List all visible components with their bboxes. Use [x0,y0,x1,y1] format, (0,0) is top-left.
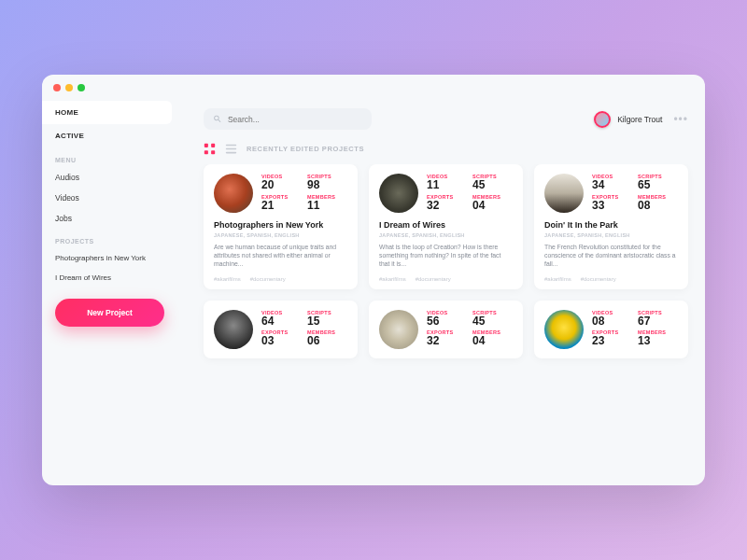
stat-scripts: 65 [638,179,678,190]
stat-scripts: 45 [472,179,513,190]
avatar [594,111,611,128]
user-menu[interactable]: Kilgore Trout [594,111,662,128]
project-title: Photographers in New York [214,220,347,230]
nav-active[interactable]: ACTIVE [42,124,177,147]
project-tags: #akarifilms#documentary [214,276,347,282]
project-tags: #akarifilms#documentary [379,276,513,282]
project-card[interactable]: VIDEOS20 SCRIPTS98 EXPORTS21 MEMBERS11 P… [204,164,358,289]
svg-rect-2 [204,150,208,154]
project-card[interactable]: VIDEOS56 SCRIPTS45 EXPORTS32 MEMBERS04 J… [369,301,523,358]
svg-rect-6 [226,152,236,154]
stat-members: 13 [638,335,678,346]
stat-members: 04 [472,200,513,211]
project-thumbnail [214,310,253,349]
list-view-icon[interactable] [225,143,237,155]
project-stats: VIDEOS20 SCRIPTS98 EXPORTS21 MEMBERS11 [261,174,347,213]
project-stats: VIDEOS56 SCRIPTS45 EXPORTS32 MEMBERS04 [427,310,513,349]
project-title: I Dream of Wires [379,220,513,230]
stat-videos: 64 [261,315,302,327]
stat-members: 08 [638,200,678,211]
sidebar-project-1[interactable]: I Dream of Wires [42,268,177,287]
window-close-icon[interactable] [53,84,61,91]
project-thumbnail [379,174,418,213]
project-thumbnail [544,174,584,213]
stat-exports: 21 [261,200,302,211]
project-stats: VIDEOS08 SCRIPTS67 EXPORTS23 MEMBERS13 [592,310,678,349]
project-card[interactable]: VIDEOS64 SCRIPTS15 EXPORTS03 MEMBERS06 J… [204,301,358,358]
project-description: Are we human because of unique traits an… [214,243,347,269]
app-window: HOME ACTIVE MENU Audios Videos Jobs PROJ… [42,75,705,485]
topbar: Kilgore Trout ••• [177,101,705,139]
app-body: HOME ACTIVE MENU Audios Videos Jobs PROJ… [42,101,705,485]
stat-scripts: 67 [638,315,678,327]
stat-exports: 03 [261,335,302,346]
main-panel: Kilgore Trout ••• RECENTLY EDITED PROJEC… [177,101,705,485]
project-card[interactable]: VIDEOS08 SCRIPTS67 EXPORTS23 MEMBERS13 J… [534,301,688,358]
section-title: RECENTLY EDITED PROJECTS [247,145,364,153]
project-title: Doin' It In the Park [544,220,678,230]
sidebar: HOME ACTIVE MENU Audios Videos Jobs PROJ… [42,101,177,485]
search-box[interactable] [204,108,372,130]
project-languages: JAPANESE, SPANISH, ENGLISH [379,232,513,238]
stat-members: 11 [307,200,347,211]
window-zoom-icon[interactable] [78,84,85,91]
username: Kilgore Trout [617,115,662,124]
search-icon [213,114,222,124]
project-languages: JAPANESE, SPANISH, ENGLISH [544,232,678,238]
project-stats: VIDEOS11 SCRIPTS45 EXPORTS32 MEMBERS04 [427,174,513,213]
project-description: The French Revolution constituted for th… [544,243,678,269]
stat-exports: 32 [427,335,467,346]
stat-exports: 33 [592,200,632,211]
project-card[interactable]: VIDEOS34 SCRIPTS65 EXPORTS33 MEMBERS08 D… [534,164,688,289]
sidebar-item-videos[interactable]: Videos [42,188,177,208]
svg-rect-5 [226,148,236,150]
svg-rect-4 [226,145,236,147]
section-header: RECENTLY EDITED PROJECTS [177,139,705,164]
sidebar-section-menu: MENU [42,147,177,167]
project-tags: #akarifilms#documentary [544,276,678,282]
grid-view-icon[interactable] [204,143,216,155]
new-project-button[interactable]: New Project [55,299,164,327]
sidebar-section-projects: PROJECTS [42,229,177,248]
more-menu-icon[interactable]: ••• [673,113,688,126]
search-input[interactable] [228,115,362,124]
project-thumbnail [379,310,418,349]
stat-members: 04 [472,335,513,346]
window-titlebar [42,75,705,101]
stat-videos: 11 [427,179,467,190]
project-languages: JAPANESE, SPANISH, ENGLISH [214,232,347,238]
stat-exports: 32 [427,200,467,211]
project-stats: VIDEOS34 SCRIPTS65 EXPORTS33 MEMBERS08 [592,174,678,213]
project-thumbnail [544,310,584,349]
stat-scripts: 15 [307,315,347,327]
sidebar-project-0[interactable]: Photographers in New York [42,248,177,268]
nav-home[interactable]: HOME [42,101,172,124]
project-stats: VIDEOS64 SCRIPTS15 EXPORTS03 MEMBERS06 [261,310,347,349]
project-description: What is the loop of Creation? How is the… [379,243,513,269]
project-thumbnail [214,174,253,213]
sidebar-item-audios[interactable]: Audios [42,167,177,188]
cards-grid: VIDEOS20 SCRIPTS98 EXPORTS21 MEMBERS11 P… [177,164,705,485]
stat-members: 06 [307,335,347,346]
stat-videos: 34 [592,179,632,190]
svg-rect-3 [211,150,215,154]
project-card[interactable]: VIDEOS11 SCRIPTS45 EXPORTS32 MEMBERS04 I… [369,164,523,289]
svg-rect-1 [211,144,215,147]
stat-videos: 56 [427,315,467,327]
stat-scripts: 98 [307,179,347,190]
stat-videos: 20 [261,179,302,190]
stat-scripts: 45 [472,315,513,327]
stat-videos: 08 [592,315,632,327]
window-minimize-icon[interactable] [65,84,73,91]
svg-rect-0 [204,144,208,147]
sidebar-item-jobs[interactable]: Jobs [42,208,177,229]
stat-exports: 23 [592,335,632,346]
